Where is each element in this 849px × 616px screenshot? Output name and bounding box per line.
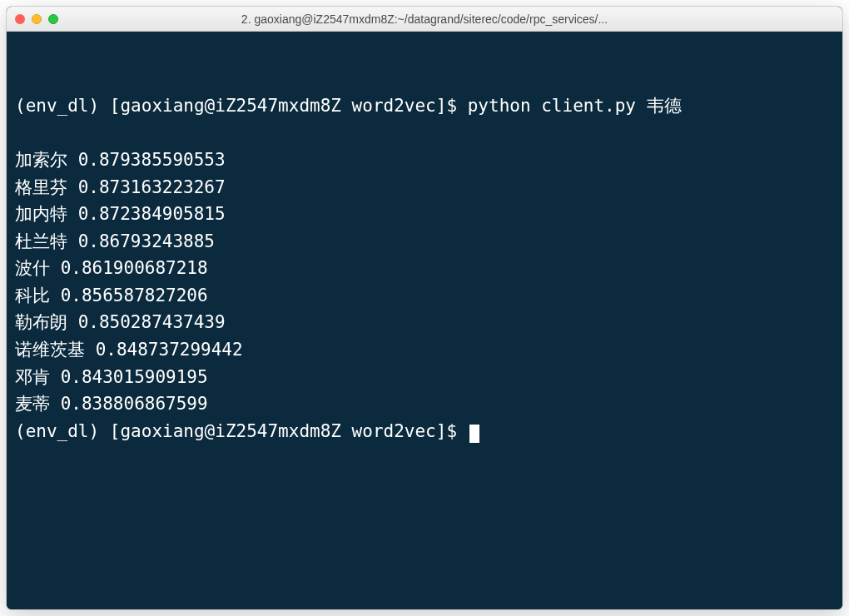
terminal-window: 2. gaoxiang@iZ2547mxdm8Z:~/datagrand/sit… <box>7 7 842 609</box>
window-controls <box>15 14 58 24</box>
command-text: python client.py 韦德 <box>468 96 682 116</box>
prompt-userhost: [gaoxiang@iZ2547mxdm8Z word2vec]$ <box>110 96 457 116</box>
results-output: 加索尔 0.879385590553 格里芬 0.873163223267 加内… <box>15 150 243 414</box>
terminal-body[interactable]: (env_dl) [gaoxiang@iZ2547mxdm8Z word2vec… <box>7 32 842 609</box>
prompt-env: (env_dl) <box>15 421 99 441</box>
cursor-icon <box>469 425 479 443</box>
window-title: 2. gaoxiang@iZ2547mxdm8Z:~/datagrand/sit… <box>7 12 842 26</box>
prompt-env: (env_dl) <box>15 96 99 116</box>
close-icon[interactable] <box>15 14 25 24</box>
command-line: (env_dl) [gaoxiang@iZ2547mxdm8Z word2vec… <box>15 92 834 120</box>
titlebar: 2. gaoxiang@iZ2547mxdm8Z:~/datagrand/sit… <box>7 7 842 32</box>
minimize-icon[interactable] <box>32 14 42 24</box>
prompt-line: (env_dl) [gaoxiang@iZ2547mxdm8Z word2vec… <box>15 418 834 445</box>
maximize-icon[interactable] <box>48 14 58 24</box>
prompt-userhost: [gaoxiang@iZ2547mxdm8Z word2vec]$ <box>110 421 457 441</box>
